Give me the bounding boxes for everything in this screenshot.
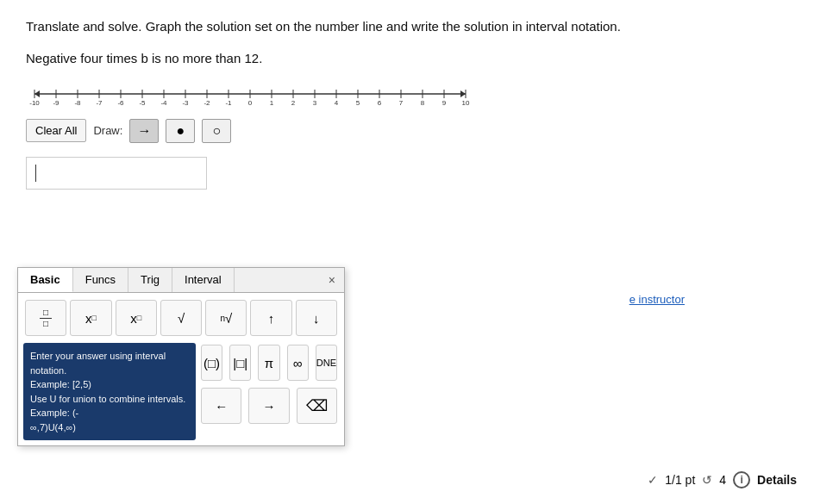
svg-text:-6: -6 (117, 99, 124, 107)
keyboard-row1: □ □ x□ x□ √ n√ ↑ ↓ (18, 293, 344, 343)
left-arrow-key[interactable]: ← (201, 388, 241, 424)
nthroot-key[interactable]: n√ (205, 300, 247, 336)
up-arrow-key[interactable]: ↑ (250, 300, 291, 336)
keyboard-close-button[interactable]: × (320, 268, 344, 292)
tab-basic[interactable]: Basic (18, 268, 73, 292)
instructions: Translate and solve. Graph the solution … (26, 17, 788, 37)
sqrt-key[interactable]: √ (160, 300, 202, 336)
number-line: -10 -9 -8 -7 -6 -5 -4 -3 -2 -1 (26, 81, 474, 107)
right-arrow-key[interactable]: → (248, 388, 289, 424)
svg-text:9: 9 (442, 99, 447, 107)
svg-text:-2: -2 (204, 99, 210, 107)
keyboard-right-keys: (□) |□| π ∞ DNE ← → ⌫ (199, 343, 339, 440)
svg-text:10: 10 (462, 99, 470, 107)
svg-text:2: 2 (291, 99, 296, 107)
svg-text:6: 6 (378, 99, 382, 107)
checkmark-icon: ✓ (648, 473, 658, 487)
retry-icon: ↺ (702, 473, 712, 487)
hint-line2: Example: [2,5) (30, 377, 189, 392)
svg-text:-7: -7 (96, 99, 103, 107)
keyboard-row2-area: Enter your answer using interval notatio… (18, 343, 344, 445)
number-line-container: -10 -9 -8 -7 -6 -5 -4 -3 -2 -1 (26, 81, 788, 110)
svg-text:-5: -5 (139, 99, 146, 107)
keyboard-hint: Enter your answer using interval notatio… (23, 343, 196, 440)
svg-marker-44 (34, 90, 40, 97)
svg-text:3: 3 (313, 99, 317, 107)
draw-label: Draw: (93, 124, 122, 137)
tab-funcs[interactable]: Funcs (73, 268, 128, 292)
paren-key[interactable]: (□) (201, 345, 222, 381)
svg-text:0: 0 (248, 99, 253, 107)
circle-draw-option[interactable]: ○ (202, 119, 231, 143)
svg-marker-43 (460, 90, 466, 97)
hint-line1: Enter your answer using interval notatio… (30, 349, 189, 377)
svg-text:-9: -9 (53, 99, 59, 107)
svg-text:8: 8 (421, 99, 425, 107)
abs-key[interactable]: |□| (229, 345, 251, 381)
math-keyboard: Basic Funcs Trig Interval × □ □ x□ x□ √ … (17, 267, 345, 446)
instructor-link[interactable]: e instructor (629, 293, 685, 306)
power-key[interactable]: x□ (70, 300, 111, 336)
backspace-key[interactable]: ⌫ (297, 388, 337, 424)
cursor (35, 165, 36, 182)
svg-text:-10: -10 (29, 99, 40, 107)
keyboard-nav-backspace: ← → ⌫ (199, 386, 339, 426)
score-value: 1/1 pt (665, 473, 695, 487)
pi-key[interactable]: π (258, 345, 279, 381)
svg-text:4: 4 (335, 99, 339, 107)
svg-text:7: 7 (399, 99, 404, 107)
fraction-key[interactable]: □ □ (25, 300, 66, 336)
dne-key[interactable]: DNE (316, 345, 337, 381)
answer-input[interactable] (26, 157, 207, 190)
svg-text:-4: -4 (160, 99, 167, 107)
clear-all-button[interactable]: Clear All (26, 119, 86, 142)
info-button[interactable]: i (733, 471, 750, 488)
svg-text:-1: -1 (225, 99, 232, 107)
svg-text:5: 5 (356, 99, 360, 107)
keyboard-row2-right: (□) |□| π ∞ DNE (199, 343, 339, 383)
down-arrow-key[interactable]: ↓ (296, 300, 337, 336)
controls-row: Clear All Draw: → ● ○ (26, 119, 788, 143)
score-row: ✓ 1/1 pt ↺ 4 i Details (648, 471, 797, 488)
tab-interval[interactable]: Interval (172, 268, 235, 292)
retry-count: 4 (719, 473, 726, 487)
details-link[interactable]: Details (757, 473, 797, 487)
problem-statement: Negative four times b is no more than 12… (26, 51, 788, 65)
hint-line3: Use U for union to combine intervals. Ex… (30, 392, 189, 420)
subscript-key[interactable]: x□ (116, 300, 157, 336)
infinity-key[interactable]: ∞ (287, 345, 309, 381)
svg-text:1: 1 (270, 99, 274, 107)
hint-line4: ∞,7)U(4,∞) (30, 420, 189, 435)
arrow-draw-option[interactable]: → (129, 119, 159, 143)
svg-text:-8: -8 (74, 99, 81, 107)
tab-trig[interactable]: Trig (128, 268, 172, 292)
svg-text:-3: -3 (182, 99, 189, 107)
keyboard-tabs-bar: Basic Funcs Trig Interval × (18, 268, 344, 293)
dot-draw-option[interactable]: ● (166, 119, 195, 143)
